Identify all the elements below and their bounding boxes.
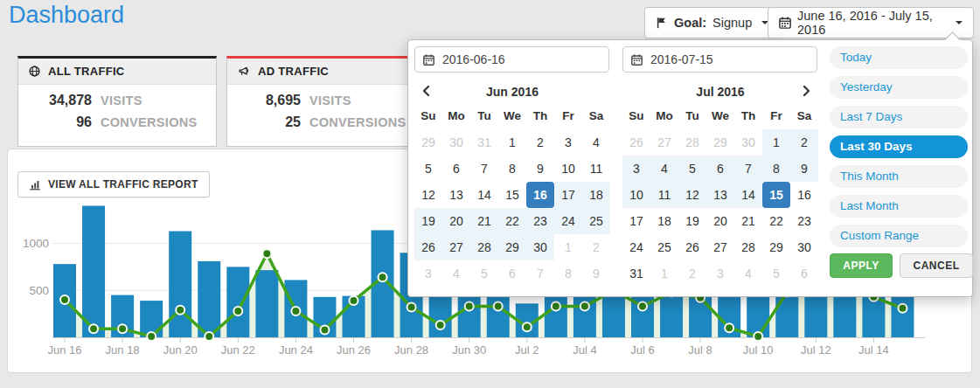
calendar-day[interactable]: 30: [526, 234, 554, 260]
calendar-day[interactable]: 22: [498, 208, 526, 234]
calendar-day[interactable]: 4: [582, 129, 610, 156]
calendar-day[interactable]: 31: [622, 260, 650, 287]
view-all-traffic-report-button[interactable]: VIEW ALL TRAFFIC REPORT: [17, 171, 210, 197]
calendar-day[interactable]: 22: [762, 208, 790, 234]
calendar-day[interactable]: 3: [414, 260, 442, 287]
calendar-day[interactable]: 28: [678, 129, 706, 156]
calendar-day[interactable]: 21: [470, 208, 498, 234]
calendar-day[interactable]: 26: [622, 129, 650, 156]
calendar-day[interactable]: 9: [526, 156, 554, 182]
next-month-button[interactable]: [803, 85, 811, 99]
calendar-day[interactable]: 12: [414, 182, 442, 208]
calendar-day[interactable]: 3: [706, 260, 734, 287]
calendar-day[interactable]: 8: [554, 260, 582, 287]
calendar-day[interactable]: 29: [498, 234, 526, 260]
calendar-day[interactable]: 1: [650, 260, 678, 287]
prev-month-button[interactable]: [421, 85, 430, 99]
calendar-day[interactable]: 7: [526, 260, 554, 287]
calendar-day[interactable]: 6: [498, 260, 526, 287]
calendar-day[interactable]: 2: [790, 129, 818, 156]
calendar-day[interactable]: 8: [762, 156, 790, 182]
calendar-day[interactable]: 25: [650, 234, 678, 260]
start-date-input[interactable]: [441, 52, 601, 67]
calendar-day[interactable]: 14: [734, 182, 762, 208]
end-date-input[interactable]: [649, 52, 809, 67]
calendar-day[interactable]: 6: [442, 156, 470, 182]
calendar-day[interactable]: 1: [498, 129, 526, 156]
calendar-day[interactable]: 27: [650, 129, 678, 156]
calendar-day[interactable]: 17: [554, 182, 582, 208]
calendar-day[interactable]: 13: [706, 182, 734, 208]
calendar-day[interactable]: 4: [442, 260, 470, 287]
calendar-day[interactable]: 1: [762, 129, 790, 156]
range-last-30-days[interactable]: Last 30 Days: [830, 135, 968, 158]
calendar-day[interactable]: 6: [706, 156, 734, 182]
calendar-day[interactable]: 27: [442, 234, 470, 260]
calendar-day[interactable]: 5: [762, 260, 790, 287]
calendar-day[interactable]: 15: [498, 182, 526, 208]
calendar-day[interactable]: 4: [734, 260, 762, 287]
calendar-day[interactable]: 2: [526, 129, 554, 156]
calendar-day[interactable]: 27: [706, 234, 734, 260]
calendar-day[interactable]: 2: [582, 234, 610, 260]
calendar-day[interactable]: 23: [526, 208, 554, 234]
calendar-day[interactable]: 21: [734, 208, 762, 234]
calendar-day[interactable]: 30: [442, 129, 470, 156]
calendar-day[interactable]: 2: [678, 260, 706, 287]
calendar-day[interactable]: 16: [790, 182, 818, 208]
calendar-day[interactable]: 19: [414, 208, 442, 234]
calendar-day[interactable]: 25: [582, 208, 610, 234]
calendar-day[interactable]: 5: [470, 260, 498, 287]
calendar-day[interactable]: 1: [554, 234, 582, 260]
calendar-day[interactable]: 26: [414, 234, 442, 260]
calendar-day[interactable]: 16: [526, 182, 554, 208]
calendar-day[interactable]: 6: [790, 260, 818, 287]
range-yesterday[interactable]: Yesterday: [830, 76, 968, 99]
calendar-day[interactable]: 28: [734, 234, 762, 260]
calendar-day[interactable]: 13: [442, 182, 470, 208]
calendar-day[interactable]: 31: [470, 129, 498, 156]
calendar-day[interactable]: 10: [622, 182, 650, 208]
calendar-day[interactable]: 8: [498, 156, 526, 182]
calendar-day[interactable]: 24: [554, 208, 582, 234]
calendar-day[interactable]: 12: [678, 182, 706, 208]
calendar-day[interactable]: 30: [790, 234, 818, 260]
goal-dropdown-button[interactable]: Goal: Signup: [644, 7, 780, 38]
calendar-day[interactable]: 9: [582, 260, 610, 287]
calendar-day[interactable]: 29: [706, 129, 734, 156]
calendar-day[interactable]: 20: [706, 208, 734, 234]
calendar-day[interactable]: 28: [470, 234, 498, 260]
calendar-day[interactable]: 11: [650, 182, 678, 208]
calendar-day[interactable]: 7: [470, 156, 498, 182]
calendar-day[interactable]: 14: [470, 182, 498, 208]
range-today[interactable]: Today: [830, 46, 968, 69]
calendar-day[interactable]: 10: [554, 156, 582, 182]
calendar-day[interactable]: 29: [414, 129, 442, 156]
calendar-day[interactable]: 4: [650, 156, 678, 182]
apply-button[interactable]: APPLY: [830, 253, 893, 278]
calendar-day[interactable]: 19: [678, 208, 706, 234]
calendar-day[interactable]: 20: [442, 208, 470, 234]
calendar-day[interactable]: 15: [762, 182, 790, 208]
calendar-day[interactable]: 29: [762, 234, 790, 260]
calendar-day[interactable]: 3: [622, 156, 650, 182]
calendar-day[interactable]: 11: [582, 156, 610, 182]
cancel-button[interactable]: CANCEL: [900, 253, 973, 278]
calendar-day[interactable]: 18: [650, 208, 678, 234]
calendar-day[interactable]: 3: [554, 129, 582, 156]
calendar-day[interactable]: 9: [790, 156, 818, 182]
calendar-day[interactable]: 17: [622, 208, 650, 234]
calendar-day[interactable]: 7: [734, 156, 762, 182]
range-last-month[interactable]: Last Month: [830, 195, 968, 218]
calendar-day[interactable]: 5: [678, 156, 706, 182]
calendar-day[interactable]: 18: [582, 182, 610, 208]
calendar-day[interactable]: 26: [678, 234, 706, 260]
calendar-day[interactable]: 23: [790, 208, 818, 234]
date-range-dropdown-button[interactable]: June 16, 2016 - July 15, 2016: [768, 7, 974, 38]
calendar-day[interactable]: 24: [622, 234, 650, 260]
range-custom-range[interactable]: Custom Range: [830, 225, 968, 247]
calendar-day[interactable]: 30: [734, 129, 762, 156]
calendar-day[interactable]: 5: [414, 156, 442, 182]
range-this-month[interactable]: This Month: [830, 165, 968, 188]
range-last-7-days[interactable]: Last 7 Days: [830, 106, 968, 128]
